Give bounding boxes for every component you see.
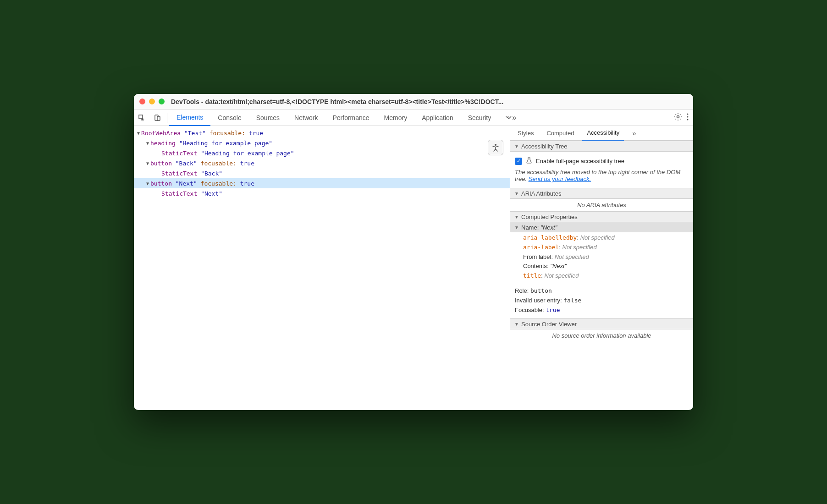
section-computed-properties[interactable]: ▼ Computed Properties xyxy=(510,211,693,222)
sidebar-tabs: Styles Computed Accessibility » xyxy=(510,126,693,141)
tab-memory[interactable]: Memory xyxy=(377,110,415,126)
toolbar-right xyxy=(674,113,693,122)
expand-icon[interactable]: ▼ xyxy=(145,181,150,186)
traffic-lights xyxy=(139,99,165,104)
tree-row-static-1[interactable]: StaticText "Heading for example page" xyxy=(134,148,510,158)
name-subhead[interactable]: ▼ Name: "Next" xyxy=(510,222,693,232)
tree-row-button-next[interactable]: ▼ button "Next" focusable: true xyxy=(134,178,510,188)
tree-row-static-next[interactable]: StaticText "Next" xyxy=(134,188,510,198)
svg-point-4 xyxy=(687,114,689,115)
svg-point-7 xyxy=(495,144,496,146)
svg-point-5 xyxy=(687,116,689,118)
collapse-icon: ▼ xyxy=(514,144,519,149)
close-window-button[interactable] xyxy=(139,99,145,104)
tab-elements[interactable]: Elements xyxy=(169,110,210,126)
svg-rect-2 xyxy=(157,116,160,121)
collapse-icon: ▼ xyxy=(514,191,519,196)
titlebar: DevTools - data:text/html;charset=utf-8,… xyxy=(134,94,693,110)
enable-full-tree-checkbox[interactable]: ✓ xyxy=(515,158,522,165)
tree-row-heading[interactable]: ▼ heading "Heading for example page" xyxy=(134,138,510,148)
collapse-icon: ▼ xyxy=(514,225,519,230)
enable-full-tree-label: Enable full-page accessibility tree xyxy=(536,158,624,164)
a11y-note: The accessibility tree moved to the top … xyxy=(515,168,689,185)
devtools-window: DevTools - data:text/html;charset=utf-8,… xyxy=(134,94,693,410)
beaker-icon xyxy=(526,157,532,165)
tab-performance[interactable]: Performance xyxy=(325,110,376,126)
computed-bottom-properties: Role: button Invalid user entry: false F… xyxy=(510,285,693,318)
expand-icon[interactable]: ▼ xyxy=(145,141,150,146)
content-area: ▼ RootWebArea "Test" focusable: true ▼ h… xyxy=(134,126,693,410)
minimize-window-button[interactable] xyxy=(149,99,155,104)
section-accessibility-tree[interactable]: ▼ Accessibility Tree xyxy=(510,141,693,152)
feedback-link[interactable]: Send us your feedback. xyxy=(529,175,591,182)
side-tab-computed[interactable]: Computed xyxy=(542,126,579,141)
expand-icon[interactable]: ▼ xyxy=(145,161,150,166)
sidebar: Styles Computed Accessibility » ▼ Access… xyxy=(510,126,693,410)
collapse-icon: ▼ xyxy=(514,214,519,219)
side-tab-accessibility[interactable]: Accessibility xyxy=(582,126,624,141)
settings-icon[interactable] xyxy=(674,113,682,122)
more-options-icon[interactable] xyxy=(687,113,689,122)
svg-point-6 xyxy=(687,119,689,121)
main-toolbar: Elements Console Sources Network Perform… xyxy=(134,110,693,126)
main-tabs: Elements Console Sources Network Perform… xyxy=(169,110,674,126)
no-source-text: No source order information available xyxy=(510,329,693,342)
tab-security[interactable]: Security xyxy=(461,110,499,126)
inspect-element-icon[interactable] xyxy=(134,114,149,121)
section-source-order[interactable]: ▼ Source Order Viewer xyxy=(510,318,693,329)
enable-full-tree-row: ✓ Enable full-page accessibility tree xyxy=(515,154,689,168)
name-properties: aria-labelledby: Not specified aria-labe… xyxy=(510,232,693,285)
section-body-a11y-tree: ✓ Enable full-page accessibility tree Th… xyxy=(510,152,693,188)
no-aria-text: No ARIA attributes xyxy=(510,199,693,211)
toolbar-separator xyxy=(167,113,167,123)
tab-sources[interactable]: Sources xyxy=(249,110,287,126)
tree-row-button-back[interactable]: ▼ button "Back" focusable: true xyxy=(134,158,510,168)
tab-network[interactable]: Network xyxy=(287,110,325,126)
collapse-icon: ▼ xyxy=(514,322,519,327)
tab-application[interactable]: Application xyxy=(414,110,461,126)
expand-icon[interactable]: ▼ xyxy=(136,131,141,136)
device-toggle-icon[interactable] xyxy=(149,114,165,121)
side-tab-styles[interactable]: Styles xyxy=(513,126,538,141)
zoom-window-button[interactable] xyxy=(159,99,165,104)
tab-console[interactable]: Console xyxy=(210,110,248,126)
accessibility-tree-pane[interactable]: ▼ RootWebArea "Test" focusable: true ▼ h… xyxy=(134,126,510,410)
side-tab-more[interactable]: » xyxy=(628,126,640,141)
accessibility-tree-toggle-button[interactable] xyxy=(488,140,503,155)
tree-row-root[interactable]: ▼ RootWebArea "Test" focusable: true xyxy=(134,128,510,138)
section-aria-attributes[interactable]: ▼ ARIA Attributes xyxy=(510,188,693,199)
tree-row-static-back[interactable]: StaticText "Back" xyxy=(134,168,510,178)
more-tabs-button[interactable]: » xyxy=(498,110,524,126)
svg-point-3 xyxy=(677,116,679,118)
window-title: DevTools - data:text/html;charset=utf-8,… xyxy=(171,98,503,105)
